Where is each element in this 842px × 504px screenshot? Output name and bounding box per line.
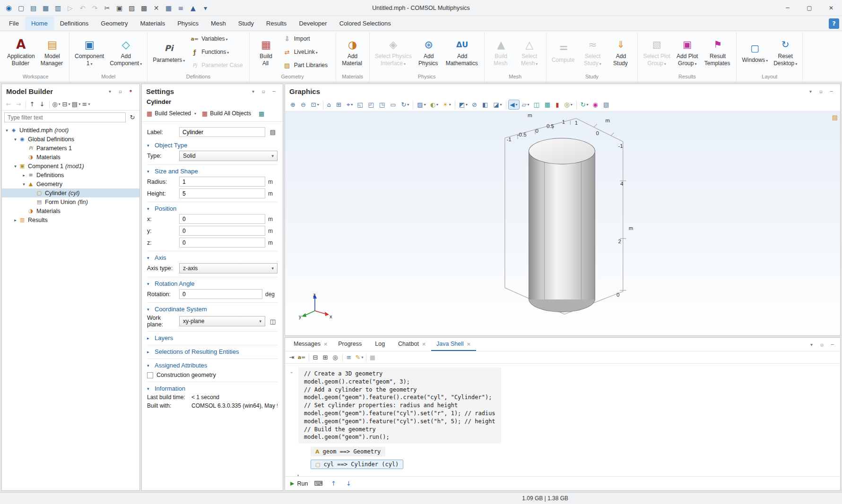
position-z-input[interactable]: [179, 238, 265, 248]
section-header-information[interactable]: ▾Information: [147, 385, 278, 392]
component-1-button[interactable]: ▣ Component 1▾: [72, 32, 107, 72]
functions-button[interactable]: ƒ Functions▾: [188, 45, 246, 59]
build-all-button[interactable]: ▦ Build All: [252, 32, 280, 72]
zoom-in-icon[interactable]: ⊕: [288, 100, 298, 110]
pin-icon[interactable]: ⌖: [126, 87, 135, 96]
new-file-icon[interactable]: ▢: [15, 2, 27, 14]
expander-icon[interactable]: ▾: [21, 182, 27, 187]
zoom-extents-icon[interactable]: ⊞: [334, 100, 344, 110]
history-previous-icon[interactable]: ↑: [329, 479, 338, 488]
tab-chatbot[interactable]: Chatbot×: [393, 338, 431, 351]
separator[interactable]: [576, 101, 577, 109]
run-button[interactable]: ▶ Run: [290, 480, 308, 487]
transparency-icon[interactable]: ◧: [480, 100, 491, 110]
close-icon[interactable]: ✕: [820, 0, 842, 16]
model-builder-menu-icon[interactable]: ▾: [105, 87, 114, 96]
code-block[interactable]: // Create a 3D geometry model.geom().cre…: [298, 367, 501, 444]
select-mesh-button[interactable]: △ Select Mesh▾: [515, 32, 544, 72]
section-header-layers[interactable]: ▸Layers: [147, 334, 278, 342]
object-type-select[interactable]: Solid▾: [179, 151, 278, 161]
livelink-button[interactable]: ⇄ LiveLink▾: [280, 45, 333, 59]
history-next-icon[interactable]: ↓: [344, 479, 353, 488]
float-panel-icon[interactable]: ▫: [817, 340, 826, 349]
separator[interactable]: [49, 101, 50, 108]
axis-type-select[interactable]: z-axis▾: [179, 263, 278, 273]
go-forward-icon[interactable]: →: [14, 100, 24, 109]
tree-item-component-1[interactable]: ▾ ▣ Component 1 (mod1): [2, 162, 139, 171]
tab-mesh[interactable]: Mesh: [205, 17, 232, 30]
tree-item-untitled-root[interactable]: ▾ ◈ Untitled.mph (root): [2, 126, 139, 135]
tree-item-form-union[interactable]: ▤ Form Union (fin): [2, 197, 139, 206]
save-icon[interactable]: ▦: [40, 2, 52, 14]
section-header-axis[interactable]: ▾Axis: [147, 254, 278, 261]
reset-desktop-button[interactable]: ↻ Reset Desktop▾: [771, 32, 800, 72]
section-header-coordinate-system[interactable]: ▾Coordinate System: [147, 306, 278, 313]
view-menu-icon[interactable]: ≡▾: [81, 100, 91, 109]
select-study-button[interactable]: ≈ Select Study▾: [578, 32, 607, 72]
delete-icon[interactable]: ✕: [150, 2, 162, 14]
minimize-panel-icon[interactable]: ─: [828, 340, 837, 349]
build-all-objects-button[interactable]: ▦ Build All Objects: [202, 110, 251, 117]
scene-light-icon[interactable]: ☀▾: [441, 100, 453, 110]
camera-movie-icon[interactable]: ▭: [388, 100, 399, 110]
construction-geometry-checkbox[interactable]: [147, 372, 153, 378]
image-snapshot-icon[interactable]: ◉: [591, 100, 601, 110]
cylinder-geometry[interactable]: [529, 151, 595, 299]
tab-completion-icon[interactable]: ⇥: [287, 353, 297, 362]
prompt-row[interactable]: >: [292, 475, 834, 476]
tree-item-geometry[interactable]: ▾ ▲ Geometry: [2, 179, 139, 188]
graphics-menu-icon[interactable]: ▾: [806, 87, 815, 96]
move-down-icon[interactable]: ↓: [38, 100, 47, 109]
section-header-rotation-angle[interactable]: ▾Rotation Angle: [147, 280, 278, 287]
float-panel-icon[interactable]: ▫: [116, 87, 125, 96]
zoom-out-icon[interactable]: ⊖: [299, 100, 309, 110]
tab-results[interactable]: Results: [260, 17, 293, 30]
section-header-object-type[interactable]: ▾Object Type: [147, 142, 278, 149]
clip-icon[interactable]: ◪▾: [491, 100, 503, 110]
mesh-icon[interactable]: ▲: [187, 2, 199, 14]
model-tree-nodes-icon[interactable]: ▤▾: [71, 100, 81, 109]
console-menu-icon[interactable]: ▾: [807, 340, 816, 349]
parameter-case-button[interactable]: Pj Parameter Case: [188, 59, 246, 72]
view-xy-icon[interactable]: ◱: [355, 100, 365, 110]
color-legend-icon[interactable]: ▮: [554, 100, 562, 110]
zoom-box-icon[interactable]: ⊡▾: [309, 100, 321, 110]
fold-icon[interactable]: ⌄: [290, 369, 294, 374]
radius-input[interactable]: [179, 177, 265, 187]
tree-item-results[interactable]: ▸ ▥ Results: [2, 215, 139, 224]
position-x-input[interactable]: [179, 214, 265, 224]
add-plot-group-button[interactable]: ▣ Add Plot Group▾: [673, 32, 702, 72]
separator[interactable]: [455, 101, 455, 109]
separator[interactable]: [366, 354, 366, 361]
appearance-icon[interactable]: ▨▾: [415, 100, 427, 110]
open-file-icon[interactable]: ▤: [27, 2, 39, 14]
cut-icon[interactable]: ✂: [101, 2, 113, 14]
tree-item-materials-global[interactable]: ◑ Materials: [2, 153, 139, 162]
run-icon[interactable]: ▷: [64, 2, 76, 14]
add-mathematics-button[interactable]: ΔU Add Mathematics: [443, 32, 482, 72]
minimize-panel-icon[interactable]: ─: [827, 87, 836, 96]
tree-item-cylinder[interactable]: ▢ Cylinder (cyl): [2, 188, 139, 197]
geometry-insert-icon[interactable]: ▩: [257, 109, 266, 118]
height-input[interactable]: [179, 188, 265, 198]
add-study-button[interactable]: ⇓ Add Study: [607, 32, 635, 72]
view-yz-icon[interactable]: ◰: [366, 100, 377, 110]
close-tab-icon[interactable]: ×: [323, 341, 328, 347]
plot-window-icon[interactable]: ▤: [832, 114, 838, 121]
collapse-all-icon[interactable]: ⊟▾: [61, 100, 71, 109]
synchronize-icon[interactable]: ↻▾: [579, 100, 590, 110]
tab-home[interactable]: Home: [25, 17, 54, 30]
copy-icon[interactable]: ▣: [113, 2, 125, 14]
duplicate-icon[interactable]: ▩: [138, 2, 150, 14]
section-header-assigned-attributes[interactable]: ▾Assigned Attributes: [147, 362, 278, 369]
section-header-size-shape[interactable]: ▾Size and Shape: [147, 168, 278, 175]
tab-java-shell[interactable]: Java Shell×: [431, 338, 476, 351]
tree-item-definitions[interactable]: ▸ ≡ Definitions: [2, 171, 139, 179]
save-to-model-manager-icon[interactable]: ▥: [52, 2, 64, 14]
show-icon[interactable]: ◎: [331, 353, 340, 362]
tab-study[interactable]: Study: [232, 17, 260, 30]
paste-icon[interactable]: ▨: [126, 2, 138, 14]
settings-menu-icon[interactable]: ▾: [249, 87, 258, 96]
close-tab-icon[interactable]: ×: [422, 341, 426, 347]
tab-file[interactable]: File: [3, 17, 25, 30]
